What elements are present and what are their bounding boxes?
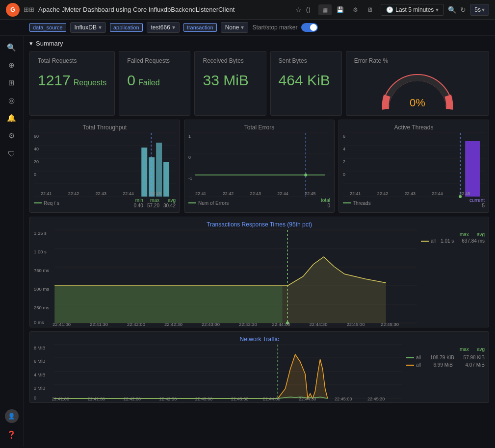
sidebar-bell-icon[interactable]: 🔔 xyxy=(4,110,20,126)
total-requests-value: 1217 xyxy=(38,72,71,89)
svg-text:4: 4 xyxy=(343,147,345,151)
sidebar-search-icon[interactable]: 🔍 xyxy=(4,40,20,55)
svg-rect-10 xyxy=(141,148,147,197)
summary-header[interactable]: ▾ Summary xyxy=(29,40,489,47)
sidebar-gear-icon[interactable]: ⚙ xyxy=(4,128,20,144)
svg-text:22:42:30: 22:42:30 xyxy=(159,397,177,401)
svg-text:22:42:30: 22:42:30 xyxy=(164,322,182,327)
svg-rect-45 xyxy=(465,141,480,197)
sidebar-shield-icon[interactable]: 🛡 xyxy=(4,146,20,161)
svg-text:2 MiB: 2 MiB xyxy=(34,386,45,391)
save-btn[interactable]: 💾 xyxy=(333,4,348,15)
total-requests-unit: Requests xyxy=(74,78,107,87)
sidebar-add-icon[interactable]: ⊕ xyxy=(4,57,20,73)
network-title: Network Traffic xyxy=(34,336,485,343)
svg-text:22:44: 22:44 xyxy=(432,191,443,196)
bar-chart-btn[interactable]: ▦ xyxy=(318,4,332,15)
svg-text:22:43: 22:43 xyxy=(250,191,261,196)
svg-text:22:43:30: 22:43:30 xyxy=(239,322,257,327)
svg-text:22:44:00: 22:44:00 xyxy=(263,397,280,401)
errors-chart: Total Errors 1 0 -1 xyxy=(184,120,335,213)
sidebar-help-icon[interactable]: ❓ xyxy=(4,427,20,443)
svg-text:22:44: 22:44 xyxy=(277,191,288,196)
share-icon[interactable]: ⟨⟩ xyxy=(306,6,311,14)
svg-text:22:43: 22:43 xyxy=(96,191,106,196)
collapse-icon: ▾ xyxy=(29,40,33,47)
sidebar-user-icon[interactable]: 👤 xyxy=(5,409,19,423)
sent-bytes-card: Sent Bytes 464 KiB xyxy=(270,51,342,116)
svg-point-29 xyxy=(304,174,307,176)
failed-requests-title: Failed Requests xyxy=(127,57,182,64)
application-select[interactable]: test666▾ xyxy=(147,22,180,33)
svg-text:22:44:00: 22:44:00 xyxy=(272,322,290,327)
sidebar-dashboard-icon[interactable]: ⊞ xyxy=(4,75,20,91)
sent-bytes-value: 464 KiB xyxy=(279,72,330,88)
topbar: G ⊞⊞ Apache JMeter Dashboard using Core … xyxy=(0,0,495,20)
svg-text:22:45:00: 22:45:00 xyxy=(335,397,352,401)
response-times-chart: Transactions Response Times (95th pct) 1… xyxy=(29,217,489,327)
time-picker-label: Last 5 minutes xyxy=(395,6,434,13)
throughput-legend: Req / s xyxy=(44,200,59,206)
threads-legend: Threads xyxy=(353,200,371,206)
svg-text:1.25 s: 1.25 s xyxy=(34,231,47,236)
error-rate-card: Error Rate % 0% xyxy=(346,51,489,116)
svg-text:22:41: 22:41 xyxy=(350,191,361,196)
received-bytes-card: Received Bytes 33 MiB xyxy=(194,51,266,116)
svg-text:22:42:00: 22:42:00 xyxy=(124,397,141,401)
errors-title: Total Errors xyxy=(188,124,330,131)
star-icon[interactable]: ☆ xyxy=(295,6,302,14)
svg-text:22:43:00: 22:43:00 xyxy=(195,397,212,401)
settings-btn[interactable]: ⚙ xyxy=(349,4,362,15)
svg-text:0: 0 xyxy=(34,396,36,400)
sent-bytes-title: Sent Bytes xyxy=(279,57,334,64)
time-picker[interactable]: 🕐 Last 5 minutes ▾ xyxy=(381,4,444,16)
datasource-select[interactable]: InfluxDB▾ xyxy=(70,22,106,33)
startstop-toggle[interactable] xyxy=(301,23,318,32)
svg-text:22:41: 22:41 xyxy=(41,191,52,196)
svg-marker-67 xyxy=(54,257,386,323)
svg-text:20: 20 xyxy=(34,159,39,164)
svg-text:750 ms: 750 ms xyxy=(34,268,50,273)
svg-text:0: 0 xyxy=(343,172,345,177)
throughput-chart: Total Throughput 60 40 20 0 xyxy=(29,120,180,213)
svg-text:22:41: 22:41 xyxy=(195,191,206,196)
svg-text:22:42: 22:42 xyxy=(223,191,234,196)
threads-chart: Active Threads 6 4 2 0 xyxy=(339,120,489,213)
svg-text:1: 1 xyxy=(188,134,191,139)
svg-text:22:42: 22:42 xyxy=(68,191,79,196)
svg-text:22:43:30: 22:43:30 xyxy=(231,397,248,401)
svg-rect-13 xyxy=(163,162,169,197)
svg-text:22:45: 22:45 xyxy=(150,191,161,196)
failed-requests-value: 0 xyxy=(127,72,135,89)
startstop-label: Start/stop marker xyxy=(252,24,297,31)
svg-text:22:45:30: 22:45:30 xyxy=(381,322,399,327)
refresh-btn[interactable]: ↻ xyxy=(460,6,466,14)
network-traffic-chart: Network Traffic 8 MiB 6 MiB 4 MiB xyxy=(29,331,489,403)
threads-title: Active Threads xyxy=(343,124,485,131)
sidebar: 🔍 ⊕ ⊞ ◎ 🔔 ⚙ 🛡 👤 ❓ xyxy=(0,36,24,447)
response-times-title: Transactions Response Times (95th pct) xyxy=(34,221,485,228)
zoom-out-btn[interactable]: 🔍 xyxy=(448,6,456,14)
monitor-btn[interactable]: 🖥 xyxy=(363,4,377,15)
grid-icon: ⊞⊞ xyxy=(24,6,34,13)
svg-text:6: 6 xyxy=(343,134,345,139)
summary-title: Summary xyxy=(36,40,63,47)
throughput-title: Total Throughput xyxy=(34,124,176,131)
sidebar-compass-icon[interactable]: ◎ xyxy=(4,93,20,108)
svg-text:22:41:00: 22:41:00 xyxy=(52,397,69,401)
svg-text:22:45:00: 22:45:00 xyxy=(346,322,365,327)
svg-text:22:44:30: 22:44:30 xyxy=(299,397,316,401)
logo: G xyxy=(6,3,20,17)
svg-text:22:45: 22:45 xyxy=(305,191,315,196)
svg-text:22:43: 22:43 xyxy=(405,191,416,196)
svg-text:0: 0 xyxy=(34,172,36,177)
svg-text:250 ms: 250 ms xyxy=(34,305,50,310)
refresh-interval[interactable]: 5s▾ xyxy=(470,4,489,16)
errors-legend: Num of Errors xyxy=(198,200,229,206)
content: ▾ Summary Total Requests 1217 Requests F… xyxy=(24,36,495,447)
filterbar: data_source InfluxDB▾ application test66… xyxy=(0,20,495,36)
svg-text:22:41:30: 22:41:30 xyxy=(90,322,108,327)
transaction-label: transaction xyxy=(183,23,217,32)
transaction-select[interactable]: None▾ xyxy=(221,22,249,33)
failed-requests-unit: Failed xyxy=(138,78,160,87)
